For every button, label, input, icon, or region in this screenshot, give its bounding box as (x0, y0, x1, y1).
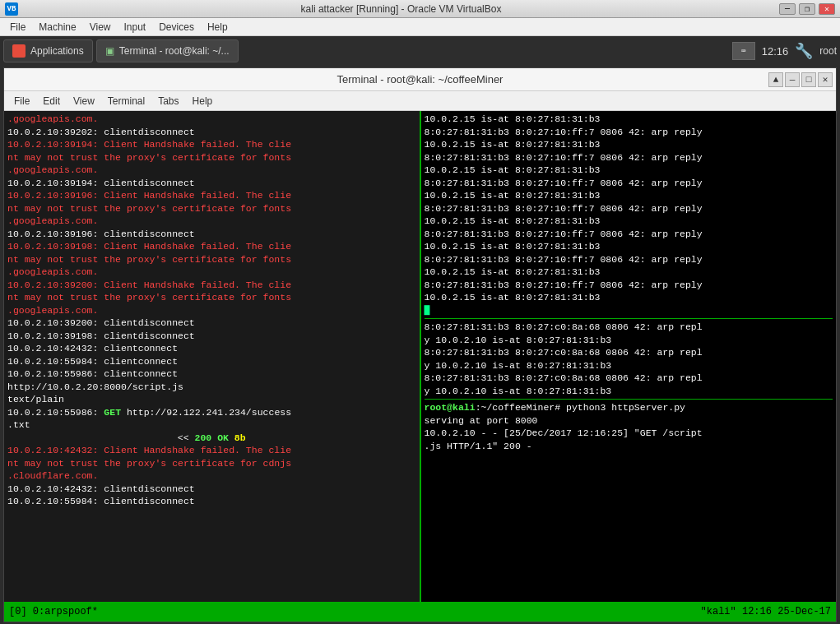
list-item: nt may not trust the proxy's certificate… (7, 202, 416, 215)
list-item: serving at port 8000 (425, 414, 833, 428)
list-item: << 200 OK 8b (7, 432, 416, 445)
vbox-menu-view[interactable]: View (83, 20, 118, 35)
terminal-menu-view[interactable]: View (67, 94, 101, 109)
list-item: 10.0.2.10:39196: clientdisconnect (7, 228, 416, 241)
list-item: nt may not trust the proxy's certificate… (7, 253, 416, 266)
vbox-minimize-button[interactable]: — (779, 3, 796, 15)
list-item: 10.0.2.10:39198: clientdisconnect (7, 330, 416, 343)
kali-toolbar: Applications ▣ Terminal - root@kali: ~/.… (0, 36, 840, 66)
terminal-menu-help[interactable]: Help (186, 94, 220, 109)
list-item: 8:0:27:81:31:b3 8:0:27:c0:8a:68 0806 42:… (425, 321, 833, 334)
list-item: 8:0:27:81:31:b3 8:0:27:c0:8a:68 0806 42:… (425, 372, 833, 385)
list-item: 10.0.2.10:42432: clientdisconnect (7, 483, 416, 496)
user-display: root (819, 45, 837, 57)
list-item: 10.0.2.15 is-at 8:0:27:81:31:b3 (425, 266, 833, 279)
list-item: nt may not trust the proxy's certificate… (7, 457, 416, 470)
list-item: 10.0.2.10:39202: clientdisconnect (7, 126, 416, 139)
list-item: .js HTTP/1.1" 200 - (425, 440, 833, 453)
list-item: 10.0.2.15 is-at 8:0:27:81:31:b3 (425, 240, 833, 253)
list-item: 10.0.2.15 is-at 8:0:27:81:31:b3 (425, 215, 833, 228)
list-item: .googleapis.com. (7, 215, 416, 228)
list-item: 10.0.2.10:55986: clientconnect (7, 367, 416, 381)
list-item: nt may not trust the proxy's certificate… (7, 151, 416, 164)
tmux-date: 25-Dec-17 (777, 606, 831, 617)
terminal-taskbar-button[interactable]: ▣ Terminal - root@kali: ~/... (96, 39, 239, 62)
prompt-cmd: python3 httpServer.py (560, 402, 685, 413)
vbox-title: kali attacker [Running] - Oracle VM Virt… (23, 3, 779, 15)
list-item: 8:0:27:81:31:b3 8:0:27:10:ff:7 0806 42: … (425, 253, 833, 266)
list-item: 8:0:27:81:31:b3 8:0:27:10:ff:7 0806 42: … (425, 177, 833, 190)
terminal-window: Terminal - root@kali: ~/coffeeMiner ▲ — … (3, 67, 837, 622)
list-item: 10.0.2.10:39200: Client Handshake failed… (7, 279, 416, 292)
vbox-menubar: File Machine View Input Devices Help (0, 18, 840, 36)
terminal-menu-file[interactable]: File (7, 94, 36, 109)
terminal-content: .googleapis.com. 10.0.2.10:39202: client… (4, 111, 836, 602)
list-item: 10.0.2.10:55984: clientdisconnect (7, 495, 416, 508)
terminal-menu-edit[interactable]: Edit (36, 94, 67, 109)
list-item: 10.0.2.10 - - [25/Dec/2017 12:16:25] "GE… (425, 427, 833, 440)
list-item: █ (425, 304, 833, 317)
list-item: 8:0:27:81:31:b3 8:0:27:10:ff:7 0806 42: … (425, 279, 833, 292)
list-item: 10.0.2.10:42432: clientconnect (7, 342, 416, 355)
list-item: 10.0.2.10:39194: Client Handshake failed… (7, 138, 416, 151)
terminal-titlebar: Terminal - root@kali: ~/coffeeMiner ▲ — … (4, 68, 836, 91)
terminal-menubar: File Edit View Terminal Tabs Help (4, 91, 836, 111)
terminal-menu-tabs[interactable]: Tabs (151, 94, 185, 109)
terminal-maximize-button[interactable]: □ (801, 72, 816, 87)
kali-app-icon (12, 44, 26, 58)
list-item: .googleapis.com. (7, 164, 416, 177)
list-item: 8:0:27:81:31:b3 8:0:27:10:ff:7 0806 42: … (425, 126, 833, 139)
terminal-nav-up[interactable]: ▲ (768, 72, 783, 87)
vbox-window-controls[interactable]: — ❐ ✕ (779, 3, 835, 15)
list-item: .txt (7, 418, 416, 432)
list-item: 10.0.2.10:39196: Client Handshake failed… (7, 189, 416, 202)
vbox-restore-button[interactable]: ❐ (799, 3, 815, 15)
list-item: .cloudflare.com. (7, 469, 416, 483)
terminal-close-button[interactable]: ✕ (818, 72, 833, 87)
list-item: text/plain (7, 393, 416, 406)
list-item: 10.0.2.15 is-at 8:0:27:81:31:b3 (425, 291, 833, 304)
list-item: 10.0.2.15 is-at 8:0:27:81:31:b3 (425, 113, 833, 126)
terminal-minimize-button[interactable]: — (785, 72, 800, 87)
tmux-window-list: [0] 0:arpspoof* (9, 606, 98, 617)
vbox-close-button[interactable]: ✕ (819, 3, 835, 15)
vbox-menu-input[interactable]: Input (118, 20, 153, 35)
list-item: root@kali:~/coffeeMiner# python3 httpSer… (425, 401, 833, 414)
vbox-menu-help[interactable]: Help (201, 20, 234, 35)
wrench-icon[interactable]: 🔧 (795, 42, 813, 60)
list-item: 10.0.2.10:39200: clientdisconnect (7, 317, 416, 330)
prompt-path: :~/coffeeMiner# (476, 402, 561, 413)
list-item: http://10.0.2.20:8000/script.js (7, 381, 416, 394)
terminal-left-pane[interactable]: .googleapis.com. 10.0.2.10:39202: client… (4, 111, 421, 602)
terminal-menu-terminal[interactable]: Terminal (101, 94, 151, 109)
list-item: .googleapis.com. (7, 266, 416, 279)
list-item: y 10.0.2.10 is-at 8:0:27:81:31:b3 (425, 359, 833, 372)
vbox-menu-file[interactable]: File (3, 20, 32, 35)
list-item: 10.0.2.10:55986: GET http://92.122.241.2… (7, 406, 416, 419)
tmux-status-right: "kali" 12:16 25-Dec-17 (701, 606, 831, 617)
list-item: 10.0.2.10:39198: Client Handshake failed… (7, 240, 416, 253)
list-item: nt may not trust the proxy's certificate… (7, 291, 416, 304)
list-item: y 10.0.2.10 is-at 8:0:27:81:31:b3 (425, 385, 833, 398)
list-item: 10.0.2.15 is-at 8:0:27:81:31:b3 (425, 138, 833, 151)
terminal-right-pane[interactable]: 10.0.2.15 is-at 8:0:27:81:31:b3 8:0:27:8… (421, 111, 837, 602)
list-item: 10.0.2.10:55984: clientconnect (7, 355, 416, 368)
keyboard-indicator: ⌨ (732, 42, 755, 60)
list-item: 8:0:27:81:31:b3 8:0:27:10:ff:7 0806 42: … (425, 151, 833, 164)
tmux-time: 12:16 (742, 606, 772, 617)
list-item: y 10.0.2.10 is-at 8:0:27:81:31:b3 (425, 334, 833, 347)
applications-button[interactable]: Applications (3, 39, 93, 62)
list-item: 10.0.2.15 is-at 8:0:27:81:31:b3 (425, 189, 833, 202)
tmux-session-name: "kali" (701, 606, 742, 617)
prompt-user: root@kali (425, 402, 476, 413)
vbox-menu-machine[interactable]: Machine (32, 20, 82, 35)
list-item: 10.0.2.15 is-at 8:0:27:81:31:b3 (425, 164, 833, 177)
list-item: 8:0:27:81:31:b3 8:0:27:c0:8a:68 0806 42:… (425, 346, 833, 359)
vbox-titlebar: VB kali attacker [Running] - Oracle VM V… (0, 0, 840, 18)
terminal-window-controls[interactable]: ▲ — □ ✕ (768, 72, 833, 87)
vbox-menu-devices[interactable]: Devices (152, 20, 201, 35)
applications-label: Applications (30, 45, 84, 57)
list-item: 8:0:27:81:31:b3 8:0:27:10:ff:7 0806 42: … (425, 202, 833, 215)
kali-toolbar-right: ⌨ 12:16 🔧 root (732, 42, 837, 60)
terminal-title: Terminal - root@kali: ~/coffeeMiner (337, 73, 504, 86)
